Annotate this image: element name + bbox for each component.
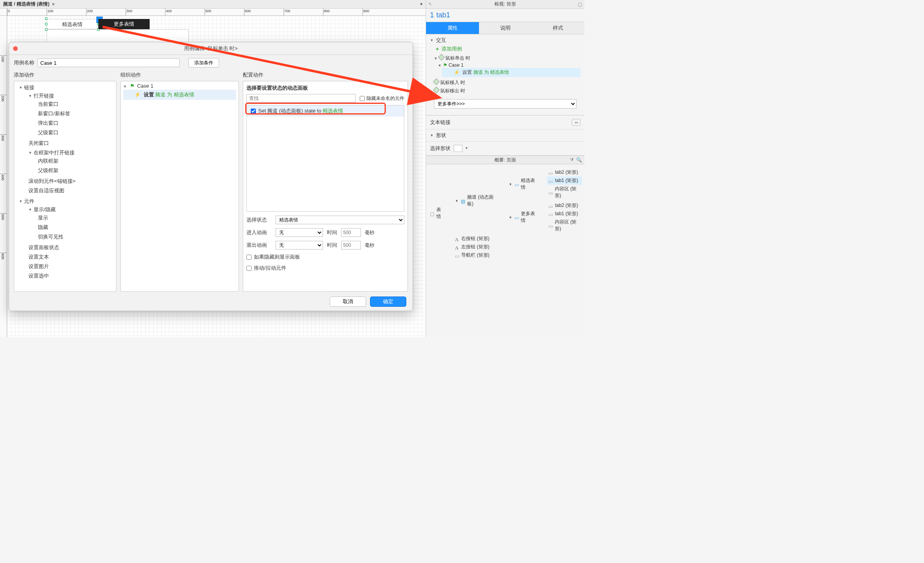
tab-notes[interactable]: 说明 [479,22,532,34]
hide-unnamed-input[interactable] [360,96,365,101]
outline-state[interactable]: 精选表情 tab2 (矩形) tab1 (矩形) 内容区 (矩形) [507,167,582,201]
notes-icon[interactable]: ▢ [578,2,582,7]
outline-tree[interactable]: 表情 频道 (动态面板) 精选表情 tab2 (矩形) tab1 (矩形) 内容… [426,164,584,337]
ruler-vertical[interactable]: 100200300400500600 [0,16,7,337]
config-header: 配置动作 [243,71,408,81]
action-tree-item[interactable]: 内联框架 [36,156,114,166]
anim-out-label: 退出动画 [246,242,272,249]
cursor-icon [433,79,440,85]
time-out-input[interactable] [341,241,361,250]
outline-widget[interactable]: tab2 (矩形) [547,168,582,176]
organize-action-prefix: 设置 [144,92,154,98]
case-name-input[interactable] [38,58,180,67]
pushpull-checkbox[interactable] [246,266,252,271]
anim-in-dropdown[interactable]: 无 [276,228,323,237]
filter-icon[interactable]: ⧩ [570,157,574,163]
dialog-titlebar[interactable]: 用例编辑<鼠标单击 时> [9,42,413,55]
action-tree-item[interactable]: 设置面板状态 [26,243,114,252]
action-tree-item[interactable]: 设置图片 [26,262,114,271]
action-tree-item[interactable]: 元件显示/隐藏显示隐藏切换可见性设置面板状态设置文本设置图片设置选中 [17,197,114,282]
tab-properties[interactable]: 属性 [426,22,479,34]
action-tree-item[interactable]: 隐藏 [36,223,114,232]
action-tree-item[interactable]: 新窗口/新标签 [36,109,114,118]
outline-state[interactable]: 更多表情 tab2 (矩形) tab1 (矩形) 内容区 (矩形) [507,201,582,234]
anim-out-dropdown[interactable]: 无 [276,241,323,250]
outline-panel[interactable]: 频道 (动态面板) 精选表情 tab2 (矩形) tab1 (矩形) 内容区 (… [453,167,582,235]
outline-widget[interactable]: tab1 (矩形) [547,176,582,185]
search-icon[interactable]: 🔍 [576,157,582,163]
element-name-row[interactable]: 1 tab1 [426,9,584,22]
action-tree-item[interactable]: 设置选中 [26,271,114,281]
dialog-title: 用例编辑<鼠标单击 时> [9,45,413,52]
action-tree-item[interactable]: 显示 [36,213,114,223]
organize-action-mid: 频道 为 [155,92,172,98]
organize-case-label: Case 1 [137,83,153,89]
outline-root[interactable]: 表情 频道 (动态面板) 精选表情 tab2 (矩形) tab1 (矩形) 内容… [428,166,582,260]
action-tree-item[interactable]: 父级框架 [36,166,114,175]
ruler-corner [0,9,7,16]
organize-case[interactable]: ⚑ Case 1 [123,83,236,89]
tab-more[interactable]: 更多表情 [98,19,150,29]
ok-button[interactable]: 确定 [370,297,406,307]
section-interaction[interactable]: 交互 [430,37,580,44]
outline-widget[interactable]: 右按钮 (矩形) [453,235,582,243]
event-action[interactable]: ⚡ 设置 频道 为 精选表情 [442,68,580,77]
page-tab-label[interactable]: 频道 / 精选表情 (表情) [3,1,49,8]
config-target-checkbox[interactable] [251,109,256,114]
time-in-input[interactable] [341,228,361,237]
ruler-horizontal[interactable]: 0100200300400500600700800900 [7,9,426,16]
close-tab-icon[interactable]: × [52,1,55,7]
add-condition-button[interactable]: 添加条件 [188,58,219,68]
outline-widget[interactable]: 左按钮 (矩形) [453,243,582,251]
action-tree-item[interactable]: 显示/隐藏显示隐藏切换可见性 [26,205,114,243]
ms-in-unit: 毫秒 [365,229,374,236]
organize-action[interactable]: ⚡ 设置 频道 为 精选表情 [123,90,236,100]
outline-widget[interactable]: 导航栏 (矩形) [453,251,582,259]
action-tree-item[interactable]: 弹出窗口 [36,118,114,128]
event-mousein[interactable]: 鼠标移入 时 [434,79,580,87]
cancel-button[interactable]: 取消 [330,297,366,307]
element-index: 1 [430,11,434,19]
case-name-label: 用例名称 [14,59,34,66]
section-shape[interactable]: 形状 [430,132,580,139]
tab-style[interactable]: 样式 [531,22,584,34]
organize-panel[interactable]: ⚑ Case 1 ⚡ 设置 频道 为 精选表情 [120,81,239,292]
event-case[interactable]: ⚑Case 1 ⚡ 设置 频道 为 精选表情 [438,62,580,78]
action-tree-item[interactable]: 当前窗口 [36,99,114,109]
outline-widget[interactable]: tab1 (矩形) [547,210,582,218]
add-case-link[interactable]: ＋ 添加用例 [430,44,580,54]
config-target-list[interactable]: Set 频道 (动态面板) state to 精选表情 [246,105,404,212]
collapse-inspector-icon[interactable]: ↖ [428,2,432,7]
action-tree-item[interactable]: 在框架中打开链接内联框架父级框架 [26,148,114,176]
action-tree-item[interactable]: 关闭窗口 [26,139,114,148]
outline-widget[interactable]: 内容区 (矩形) [547,185,582,200]
event-click[interactable]: 鼠标单击 时 ⚑Case 1 ⚡ 设置 频道 为 精选表情 [434,54,580,79]
outline-widget[interactable]: 内容区 (矩形) [547,218,582,233]
selection-handles[interactable] [47,19,98,29]
case-editor-dialog: 用例编辑<鼠标单击 时> 用例名称 添加条件 添加动作 链接打开链接当前窗口新窗… [9,42,413,311]
hide-unnamed-checkbox[interactable]: 隐藏未命名的元件 [360,95,404,102]
more-events-dropdown[interactable]: 更多事件>>> [434,99,577,109]
textlink-label: 文本链接 [430,119,451,126]
config-search-input[interactable] [246,94,356,103]
event-mouseout[interactable]: 鼠标移出 时 [434,87,580,95]
reveal-checkbox[interactable] [246,255,252,260]
outline-widget[interactable]: tab2 (矩形) [547,201,582,210]
action-tree-item[interactable]: 打开链接当前窗口新窗口/新标签弹出窗口父级窗口 [26,91,114,139]
config-target-item[interactable]: Set 频道 (动态面板) state to 精选表情 [247,105,404,116]
action-tree-item[interactable]: 设置文本 [26,252,114,262]
select-state-dropdown[interactable]: 精选表情 [276,216,404,224]
tab-dropdown-icon[interactable]: ▼ [419,2,423,6]
actions-tree-panel[interactable]: 链接打开链接当前窗口新窗口/新标签弹出窗口父级窗口关闭窗口在框架中打开链接内联框… [14,81,116,292]
outline-title: 概要: 页面 [494,157,516,163]
shape-picker[interactable] [454,145,462,152]
action-tree-item[interactable]: 链接打开链接当前窗口新窗口/新标签弹出窗口父级窗口关闭窗口在框架中打开链接内联框… [17,83,114,197]
inspector-tabs: 属性 说明 样式 [426,22,584,34]
select-state-label: 选择状态 [246,216,272,223]
action-tree-item[interactable]: 滚动到元件<锚链接> [26,176,114,186]
link-icon[interactable]: ⇔ [572,119,580,126]
action-tree-item[interactable]: 切换可见性 [36,232,114,242]
action-tree-item[interactable]: 设置自适应视图 [26,186,114,195]
action-tree-item[interactable]: 父级窗口 [36,128,114,137]
reveal-label: 如果隐藏则显示面板 [254,253,300,261]
